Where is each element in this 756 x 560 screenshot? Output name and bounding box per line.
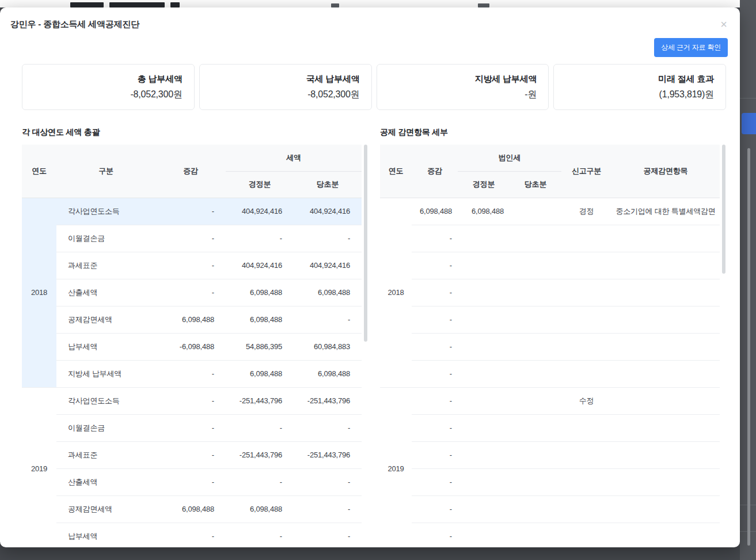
corrected-cell: [458, 306, 510, 333]
change-cell: 6,098,488: [155, 306, 226, 333]
table-row[interactable]: 20186,098,4886,098,488경정중소기업에 대한 특별세액감면: [380, 198, 720, 225]
right-table-scrollbar[interactable]: [722, 145, 725, 274]
change-cell: -: [155, 252, 226, 279]
corrected-cell: 6,098,488: [226, 360, 294, 387]
table-row[interactable]: 공제감면세액6,098,4886,098,488-: [22, 495, 362, 523]
year-tax-summary-section: 각 대상연도 세액 총괄 연도 구분 증감 세액 경정분: [22, 127, 367, 547]
table-row[interactable]: -: [380, 333, 720, 360]
change-cell: 6,098,488: [412, 198, 458, 225]
category-cell: 공제감면세액: [56, 495, 155, 523]
original-cell: 6,098,488: [294, 279, 362, 306]
corrected-cell: 6,098,488: [226, 495, 294, 523]
table-row[interactable]: -: [380, 468, 720, 495]
corrected-cell: 6,098,488: [226, 279, 294, 306]
table-row[interactable]: -: [380, 360, 720, 387]
table-row[interactable]: 납부세액---: [22, 523, 362, 547]
table-row[interactable]: 2018각사업연도소득-404,924,416404,924,416: [22, 198, 362, 225]
card-value: -8,052,300원: [307, 89, 359, 101]
table-row[interactable]: 이월결손금---: [22, 414, 362, 441]
change-cell: 6,098,488: [155, 495, 226, 523]
tax-credit-diagnosis-modal: 강민우 - 종합소득세 세액공제진단 × 상세 근거 자료 확인 총 납부세액 …: [0, 7, 740, 547]
col-header-original: 당초분: [294, 171, 362, 198]
original-cell: [510, 279, 561, 306]
left-table-title: 각 대상연도 세액 총괄: [22, 127, 367, 138]
summary-card-local-tax: 지방세 납부세액 -원: [377, 64, 549, 110]
left-table-body: 2018각사업연도소득-404,924,416404,924,416이월결손금-…: [22, 198, 362, 547]
change-cell: -: [412, 225, 458, 252]
change-cell: -: [155, 387, 226, 414]
col-header-tax-group: 법인세: [458, 145, 561, 171]
credit-item-cell: [611, 468, 720, 495]
change-cell: -: [412, 252, 458, 279]
credit-item-cell: [611, 333, 720, 360]
corrected-cell: -: [226, 523, 294, 547]
table-row[interactable]: -: [380, 225, 720, 252]
background-page-scrollbar[interactable]: [747, 148, 750, 546]
report-type-cell: [561, 279, 611, 306]
table-row[interactable]: -: [380, 306, 720, 333]
table-row[interactable]: 납부세액-6,098,48854,886,39560,984,883: [22, 333, 362, 360]
report-type-cell: [561, 360, 611, 387]
table-row[interactable]: -: [380, 441, 720, 468]
table-row[interactable]: 공제감면세액6,098,4886,098,488-: [22, 306, 362, 333]
category-cell: 각사업연도소득: [56, 198, 155, 225]
change-cell: -: [412, 279, 458, 306]
table-row[interactable]: 이월결손금---: [22, 225, 362, 252]
original-cell: [510, 198, 561, 225]
table-row[interactable]: 산출세액---: [22, 468, 362, 495]
original-cell: [510, 306, 561, 333]
original-cell: [510, 387, 561, 414]
original-cell: 60,984,883: [294, 333, 362, 360]
col-header-corrected: 경정분: [226, 171, 294, 198]
corrected-cell: -: [226, 225, 294, 252]
table-row[interactable]: -: [380, 414, 720, 441]
category-cell: 이월결손금: [56, 414, 155, 441]
original-cell: -251,443,796: [294, 387, 362, 414]
table-row[interactable]: 2019각사업연도소득--251,443,796-251,443,796: [22, 387, 362, 414]
year-cell: 2019: [22, 387, 56, 547]
summary-card-future-saving: 미래 절세 효과 (1,953,819)원: [553, 64, 726, 110]
change-cell: -: [155, 441, 226, 468]
col-header-corrected: 경정분: [458, 171, 510, 198]
original-cell: [510, 252, 561, 279]
modal-header: 강민우 - 종합소득세 세액공제진단 ×: [0, 7, 740, 30]
table-row[interactable]: -: [380, 495, 720, 523]
corrected-cell: 54,886,395: [226, 333, 294, 360]
close-icon[interactable]: ×: [718, 19, 730, 29]
right-table-wrap: 연도 증감 법인세 신고구분 공제감면항목 경정분 당초분 20186,098,…: [380, 145, 725, 547]
table-row[interactable]: -: [380, 523, 720, 547]
table-row[interactable]: 과세표준-404,924,416404,924,416: [22, 252, 362, 279]
change-cell: -: [412, 441, 458, 468]
original-cell: 6,098,488: [294, 360, 362, 387]
category-cell: 산출세액: [56, 279, 155, 306]
category-cell: 납부세액: [56, 523, 155, 547]
original-cell: -: [294, 225, 362, 252]
change-cell: -: [155, 523, 226, 547]
original-cell: -: [294, 468, 362, 495]
col-header-credit-item: 공제감면항목: [611, 145, 720, 198]
credit-item-cell: [611, 360, 720, 387]
card-value: (1,953,819)원: [659, 89, 714, 101]
corrected-cell: [458, 333, 510, 360]
summary-cards: 총 납부세액 -8,052,300원 국세 납부세액 -8,052,300원 지…: [0, 57, 740, 110]
table-row[interactable]: -: [380, 279, 720, 306]
table-row[interactable]: 2019-수정: [380, 387, 720, 414]
original-cell: [510, 468, 561, 495]
background-selected-row-fragment: [742, 113, 756, 134]
table-row[interactable]: -: [380, 252, 720, 279]
year-tax-summary-table: 연도 구분 증감 세액 경정분 당초분 2018각사업연도소득-404,924,…: [22, 145, 362, 547]
col-header-change: 증감: [412, 145, 458, 198]
background-page-right-strip: [740, 0, 756, 560]
background-text-fragment: [170, 2, 180, 7]
change-cell: -: [412, 468, 458, 495]
report-type-cell: [561, 252, 611, 279]
detail-evidence-button[interactable]: 상세 근거 자료 확인: [654, 38, 728, 57]
corrected-cell: [458, 495, 510, 523]
left-table-scrollbar[interactable]: [364, 145, 367, 342]
report-type-cell: [561, 495, 611, 523]
table-row[interactable]: 과세표준--251,443,796-251,443,796: [22, 441, 362, 468]
corrected-cell: -: [226, 468, 294, 495]
corrected-cell: -251,443,796: [226, 387, 294, 414]
table-row[interactable]: 지방세 납부세액-6,098,4886,098,488: [22, 360, 362, 387]
table-row[interactable]: 산출세액-6,098,4886,098,488: [22, 279, 362, 306]
